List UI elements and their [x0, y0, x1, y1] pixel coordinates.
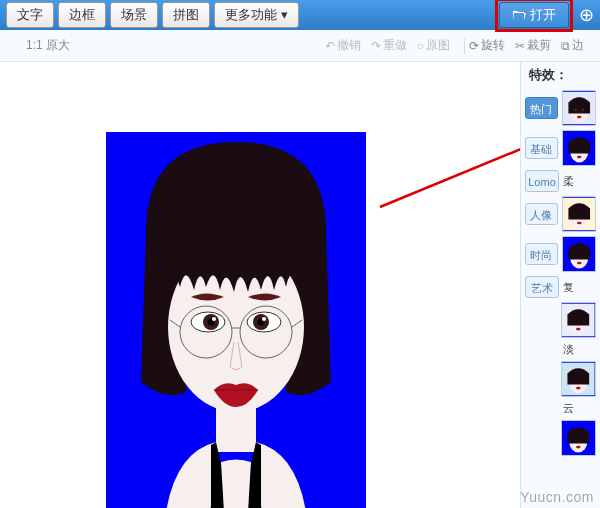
svg-point-44: [576, 387, 581, 390]
menu-border[interactable]: 边框: [58, 2, 106, 28]
svg-point-38: [577, 262, 582, 265]
svg-point-12: [212, 317, 216, 321]
preset-thumb-1[interactable]: [562, 130, 596, 166]
svg-line-23: [380, 137, 520, 207]
preset-label-3: 淡: [563, 342, 574, 357]
main-workspace: 特效： 热门 基础 Lomo柔 人像 时尚 艺术复 淡 云: [0, 62, 600, 508]
tab-portrait[interactable]: 人像: [525, 203, 558, 225]
preset-thumb-5[interactable]: [561, 361, 596, 397]
svg-point-29: [577, 116, 582, 119]
redo-button[interactable]: ↷重做: [371, 37, 407, 54]
svg-point-28: [581, 108, 584, 111]
add-icon[interactable]: ⊕: [579, 4, 594, 26]
svg-point-41: [576, 328, 581, 331]
tab-lomo[interactable]: Lomo: [525, 170, 559, 192]
image-content: [106, 132, 366, 508]
preset-label-2: 复: [563, 280, 574, 295]
menu-text[interactable]: 文字: [6, 2, 54, 28]
original-button[interactable]: ○原图: [417, 37, 450, 54]
preset-thumb-3[interactable]: [562, 236, 596, 272]
svg-point-35: [577, 222, 582, 225]
top-menu-bar: 文字 边框 场景 拼图 更多功能 ▾ 打开 ⊕: [0, 0, 600, 30]
menu-collage[interactable]: 拼图: [162, 2, 210, 28]
watermark: Yuucn.com: [520, 489, 594, 505]
preset-thumb-2[interactable]: [562, 196, 596, 232]
canvas[interactable]: [0, 62, 520, 508]
tab-fashion[interactable]: 时尚: [525, 243, 558, 265]
menu-more[interactable]: 更多功能 ▾: [214, 2, 299, 28]
open-button[interactable]: 打开: [499, 2, 569, 28]
svg-point-47: [576, 446, 581, 449]
undo-button[interactable]: ↶撤销: [325, 37, 361, 54]
preset-thumb-0[interactable]: [562, 90, 596, 126]
tab-basic[interactable]: 基础: [525, 137, 558, 159]
annotation-arrow: [370, 132, 520, 212]
edit-toolbar: 1:1 原大 ↶撤销 ↷重做 ○原图 ⟳旋转 ✂裁剪 ⧉边: [0, 30, 600, 62]
zoom-label: 1:1 原大: [26, 37, 70, 54]
effects-title: 特效：: [525, 66, 596, 84]
rotate-button[interactable]: ⟳旋转: [469, 37, 505, 54]
preset-thumb-6[interactable]: [561, 420, 596, 456]
crop-button[interactable]: ✂裁剪: [515, 37, 551, 54]
open-button-highlight: 打开: [495, 0, 573, 32]
tab-hot[interactable]: 热门: [525, 97, 558, 119]
svg-point-27: [574, 108, 577, 111]
tab-art[interactable]: 艺术: [525, 276, 559, 298]
svg-point-32: [577, 156, 582, 159]
effects-panel: 特效： 热门 基础 Lomo柔 人像 时尚 艺术复 淡 云: [520, 62, 600, 508]
preset-label-4: 云: [563, 401, 574, 416]
preset-label-1: 柔: [563, 174, 574, 189]
bound-button[interactable]: ⧉边: [561, 37, 584, 54]
separator: [464, 38, 465, 54]
preset-thumb-4[interactable]: [561, 302, 596, 338]
menu-scene[interactable]: 场景: [110, 2, 158, 28]
folder-open-icon: [512, 9, 526, 21]
svg-point-16: [262, 317, 266, 321]
